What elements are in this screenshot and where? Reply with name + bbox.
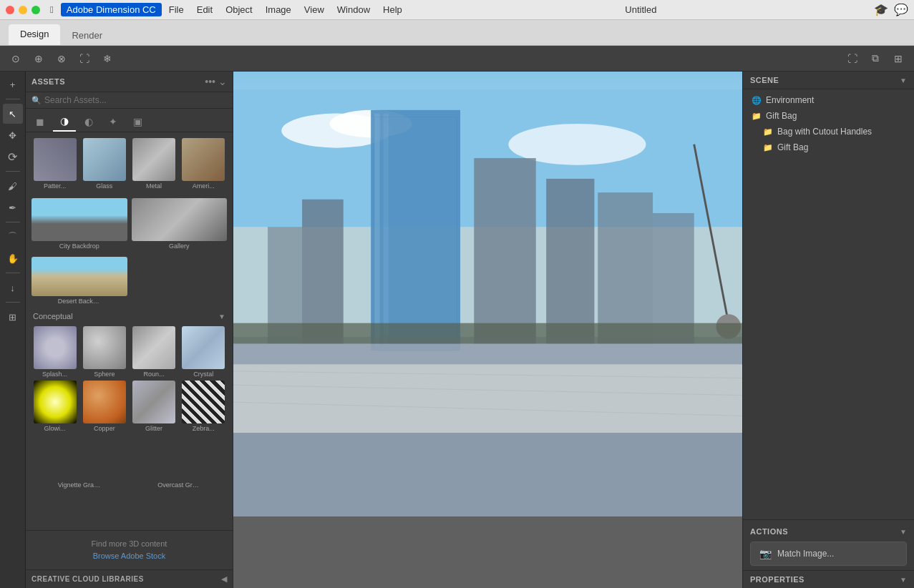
transform-tool[interactable]: ✥ xyxy=(3,125,23,145)
scene-item-environment[interactable]: 🌐 Environment xyxy=(743,92,914,108)
menu-app-name[interactable]: Adobe Dimension CC xyxy=(61,3,162,16)
list-item[interactable]: Ameri... xyxy=(180,138,227,190)
canvas-area[interactable] xyxy=(233,72,742,588)
menu-image[interactable]: Image xyxy=(260,3,297,16)
fullscreen-icon[interactable]: ⛶ xyxy=(842,49,862,69)
minimize-button[interactable] xyxy=(19,6,27,14)
footer-text: Find more 3D content xyxy=(31,539,227,548)
asset-thumb-round xyxy=(132,326,175,369)
scene-item-gift-bag-2[interactable]: 📁 Gift Bag xyxy=(743,139,914,155)
folder-icon: 📁 xyxy=(763,143,773,152)
select-surface-icon[interactable]: ⊕ xyxy=(29,49,49,69)
select-object-icon[interactable]: ⊙ xyxy=(6,49,26,69)
properties-title: PROPERTIES xyxy=(750,575,804,584)
cat-materials[interactable]: ◑ xyxy=(53,112,76,132)
svg-rect-12 xyxy=(302,200,344,344)
grid-icon[interactable]: ⊞ xyxy=(888,49,908,69)
menu-help[interactable]: Help xyxy=(377,3,408,16)
scene-tree: 🌐 Environment 📁 Gift Bag 📁 Bag with Cuto… xyxy=(743,89,914,519)
viewport-icon[interactable]: ⧉ xyxy=(865,49,885,69)
list-item[interactable]: Studio 80 S Horro... xyxy=(31,494,127,530)
category-tabs: ◼ ◑ ◐ ✦ ▣ xyxy=(26,109,233,132)
menu-view[interactable]: View xyxy=(298,3,330,16)
browse-stock-link[interactable]: Browse Adobe Stock xyxy=(93,552,166,560)
cat-lights[interactable]: ◐ xyxy=(77,112,100,132)
asset-thumb-glowing xyxy=(34,381,77,423)
list-item[interactable]: Overcast Gradient xyxy=(132,441,228,489)
assets-more-icon[interactable]: ••• xyxy=(205,76,215,87)
asset-thumb-city xyxy=(31,198,127,241)
actions-title: ACTIONS xyxy=(750,527,788,536)
materials-grid: Patter... Glass Metal Ameri... xyxy=(31,138,227,190)
search-input[interactable] xyxy=(44,95,227,105)
properties-section: PROPERTIES ▼ xyxy=(743,570,914,588)
eyedropper-tool[interactable]: ✒ xyxy=(3,197,23,217)
cat-environment[interactable]: ✦ xyxy=(102,112,125,132)
list-item[interactable]: Sphere xyxy=(81,326,127,378)
match-image-button[interactable]: 📷 Match Image... xyxy=(750,542,907,566)
asset-thumb-glitter xyxy=(132,381,175,423)
canvas-bottom xyxy=(233,516,742,588)
toolbar: ⊙ ⊕ ⊗ ⛶ ❄ ⛶ ⧉ ⊞ xyxy=(0,46,914,72)
list-item[interactable]: Glass xyxy=(81,138,127,190)
select-tool[interactable]: ↖ xyxy=(3,104,23,124)
asset-label: Crystal xyxy=(193,371,213,378)
conceptual-collapse-icon[interactable]: ▼ xyxy=(218,313,225,320)
properties-collapse-icon[interactable]: ▼ xyxy=(900,576,907,584)
search-bar: 🔍 xyxy=(26,92,233,109)
assets-actions: ••• ⌄ xyxy=(205,76,227,87)
add-tool[interactable]: + xyxy=(3,74,23,94)
orbit-tool[interactable]: ⟳ xyxy=(3,147,23,167)
deselect-icon[interactable]: ⊗ xyxy=(52,49,72,69)
path-tool[interactable]: ⌒ xyxy=(3,227,23,247)
list-item[interactable]: Vignette Gradient xyxy=(31,441,127,489)
cat-images[interactable]: ▣ xyxy=(126,112,149,132)
menu-apple[interactable]:  xyxy=(44,3,59,16)
scene-item-gift-bag-1[interactable]: 📁 Gift Bag xyxy=(743,108,914,124)
list-item[interactable]: Metal xyxy=(131,138,178,190)
cat-shapes[interactable]: ◼ xyxy=(29,112,52,132)
list-item[interactable]: Glitter xyxy=(131,381,178,432)
close-button[interactable] xyxy=(6,6,14,14)
menu-edit[interactable]: Edit xyxy=(191,3,218,16)
list-item[interactable]: Roun... xyxy=(131,326,178,378)
asset-label: Overcast Gradient xyxy=(157,481,200,489)
list-item[interactable]: Glowi... xyxy=(31,381,78,432)
paint-tool[interactable]: 🖌 xyxy=(3,176,23,196)
maximize-button[interactable] xyxy=(31,6,40,14)
asset-label: Roun... xyxy=(144,371,165,378)
list-item[interactable]: City Backdrop xyxy=(31,198,127,250)
list-item[interactable]: Patter... xyxy=(31,138,78,190)
tab-design[interactable]: Design xyxy=(9,24,60,45)
list-item[interactable]: Gallery xyxy=(132,198,228,250)
menu-window[interactable]: Window xyxy=(331,3,376,16)
cc-libraries-collapse[interactable]: ◀ xyxy=(221,574,227,584)
learn-icon[interactable]: 🎓 xyxy=(874,3,888,16)
list-item[interactable]: Studio Softboxes ... xyxy=(132,494,228,530)
list-item[interactable]: Crystal xyxy=(180,326,227,378)
chat-icon[interactable]: 💬 xyxy=(894,3,908,16)
menu-object[interactable]: Object xyxy=(220,3,258,16)
scene-collapse-icon[interactable]: ▼ xyxy=(900,77,907,84)
toolbar-right: ⛶ ⧉ ⊞ xyxy=(842,49,908,69)
conceptual-title: Conceptual xyxy=(33,312,73,320)
list-item[interactable]: Desert Backdrop xyxy=(31,257,127,305)
assets-expand-icon[interactable]: ⌄ xyxy=(218,76,227,87)
list-item[interactable]: Splash... xyxy=(31,326,78,378)
scene-item-label: Environment xyxy=(766,95,814,105)
scene-item-label: Gift Bag xyxy=(766,111,797,121)
list-item[interactable]: Zebra... xyxy=(180,381,227,432)
scene-header: SCENE ▼ xyxy=(743,72,914,89)
actions-collapse-icon[interactable]: ▼ xyxy=(900,528,907,536)
asset-label: Ameri... xyxy=(193,182,215,190)
asset-label: Sphere xyxy=(94,371,115,378)
scene-item-bag-cutout[interactable]: 📁 Bag with Cutout Handles xyxy=(743,124,914,139)
magic-icon[interactable]: ❄ xyxy=(97,49,117,69)
list-item[interactable]: Copper xyxy=(81,381,127,432)
zoom-down-tool[interactable]: ↓ xyxy=(3,278,23,298)
tab-render[interactable]: Render xyxy=(60,26,114,45)
frame-icon[interactable]: ⛶ xyxy=(74,49,94,69)
hand-tool[interactable]: ✋ xyxy=(3,248,23,268)
menu-file[interactable]: File xyxy=(163,3,190,16)
layers-tool[interactable]: ⊞ xyxy=(3,307,23,327)
